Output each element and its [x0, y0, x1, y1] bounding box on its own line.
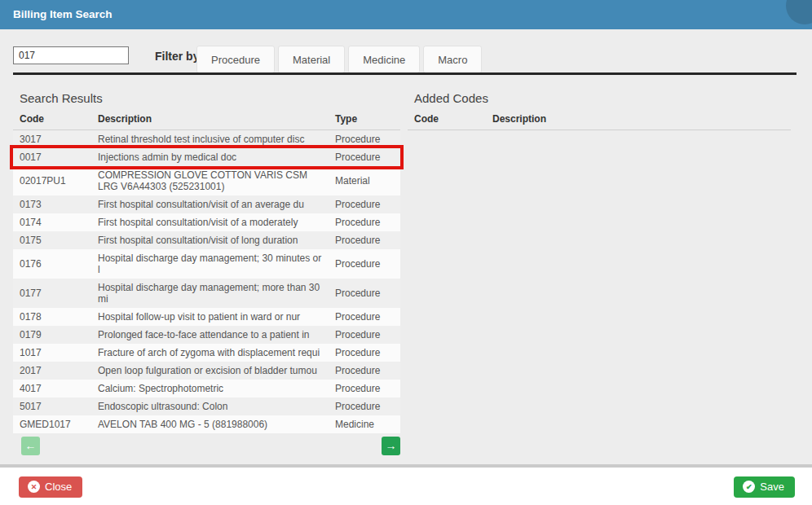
column-header-code: Code — [408, 110, 486, 130]
filter-button-macro[interactable]: Macro — [423, 46, 482, 73]
cell-description: Fracture of arch of zygoma with displace… — [91, 344, 329, 362]
cell-code: 0178 — [13, 308, 91, 326]
table-row[interactable]: 02017PU1COMPRESSION GLOVE COTTON VARIS C… — [13, 166, 400, 195]
next-page-button[interactable]: → — [382, 437, 400, 455]
search-results-table: Code Description Type 3017Retinal thresh… — [13, 110, 400, 433]
cell-code: 1017 — [13, 344, 91, 362]
cell-type: Procedure — [329, 279, 400, 308]
cell-code: GMED1017 — [13, 415, 91, 433]
save-check-icon: ✔ — [743, 481, 755, 493]
save-button[interactable]: ✔ Save — [734, 476, 795, 498]
cell-code: 0017 — [13, 148, 91, 166]
cell-description: First hospital consultation/visit of an … — [91, 195, 329, 213]
titlebar-corner-decoration — [786, 0, 812, 24]
cell-description: First hospital consultation/visit of a m… — [91, 213, 329, 231]
filter-button-material[interactable]: Material — [278, 46, 345, 73]
table-row[interactable]: 0173First hospital consultation/visit of… — [13, 195, 400, 213]
table-row[interactable]: GMED1017AVELON TAB 400 MG - 5 (881988006… — [13, 415, 400, 433]
table-row[interactable]: 0178Hospital follow-up visit to patient … — [13, 308, 400, 326]
cell-description: Prolonged face-to-face attendance to a p… — [91, 326, 329, 344]
filter-buttons: ProcedureMaterialMedicineMacro — [196, 46, 482, 73]
cell-type: Procedure — [329, 344, 400, 362]
footer: ✕ Close ✔ Save — [0, 468, 812, 505]
filter-by-label: Filter by — [155, 50, 199, 63]
cell-description: Open loop fulguration or excision of bla… — [91, 362, 329, 380]
cell-description: Retinal threshold test inclusive of comp… — [91, 130, 329, 149]
cell-code: 0177 — [13, 279, 91, 308]
previous-page-button[interactable]: ← — [21, 437, 40, 455]
pagination: ← → — [13, 437, 400, 455]
table-row[interactable]: 0177Hospital discharge day management; m… — [13, 279, 400, 308]
cell-description: AVELON TAB 400 MG - 5 (881988006) — [91, 415, 329, 433]
cell-type: Procedure — [329, 249, 400, 279]
save-button-label: Save — [760, 481, 784, 493]
table-row[interactable]: 0017Injections admin by medical docProce… — [13, 148, 400, 166]
column-header-description: Description — [91, 110, 329, 130]
filter-button-procedure[interactable]: Procedure — [196, 46, 275, 73]
cell-code: 0176 — [13, 249, 91, 279]
table-row[interactable]: 0176Hospital discharge day management; 3… — [13, 249, 400, 279]
table-row[interactable]: 5017Endoscopic ultrasound: ColonProcedur… — [13, 397, 400, 415]
cell-type: Procedure — [329, 148, 400, 166]
results-header-row: Code Description Type — [13, 110, 400, 130]
cell-description: Hospital discharge day management; 30 mi… — [91, 249, 329, 279]
cell-type: Procedure — [329, 326, 400, 344]
added-codes-table: Code Description — [408, 110, 791, 130]
column-header-description: Description — [486, 110, 791, 130]
cell-type: Procedure — [329, 213, 400, 231]
dialog-title: Billing Item Search — [13, 8, 113, 20]
column-header-type: Type — [329, 110, 400, 130]
cell-code: 4017 — [13, 380, 91, 397]
cell-type: Procedure — [329, 130, 400, 149]
cell-code: 0173 — [13, 195, 91, 213]
cell-type: Material — [329, 166, 400, 195]
cell-type: Procedure — [329, 362, 400, 380]
close-button[interactable]: ✕ Close — [19, 476, 82, 498]
search-results-panel: Search Results Code Description Type 301… — [13, 91, 400, 455]
added-codes-panel: Added Codes Code Description — [408, 91, 791, 130]
cell-description: Injections admin by medical doc — [91, 148, 329, 166]
cell-type: Medicine — [329, 415, 400, 433]
cell-type: Procedure — [329, 195, 400, 213]
cell-code: 0175 — [13, 231, 91, 249]
cell-description: Calcium: Spectrophotometric — [91, 380, 329, 397]
search-input[interactable] — [13, 46, 129, 64]
close-icon: ✕ — [28, 481, 40, 493]
table-row[interactable]: 4017Calcium: SpectrophotometricProcedure — [13, 380, 400, 397]
table-row[interactable]: 0174First hospital consultation/visit of… — [13, 213, 400, 231]
table-row[interactable]: 0179Prolonged face-to-face attendance to… — [13, 326, 400, 344]
toolbar-divider — [13, 72, 797, 75]
cell-description: Hospital follow-up visit to patient in w… — [91, 308, 329, 326]
search-controls: Filter by ProcedureMaterialMedicineMacro — [0, 29, 812, 75]
filter-button-medicine[interactable]: Medicine — [348, 46, 420, 73]
close-button-label: Close — [45, 481, 72, 493]
table-row[interactable]: 2017Open loop fulguration or excision of… — [13, 362, 400, 380]
cell-code: 3017 — [13, 130, 91, 149]
added-codes-title: Added Codes — [414, 91, 791, 105]
search-results-title: Search Results — [20, 91, 400, 105]
dialog-titlebar: Billing Item Search — [0, 0, 812, 29]
cell-code: 5017 — [13, 397, 91, 415]
cell-code: 0179 — [13, 326, 91, 344]
cell-type: Procedure — [329, 231, 400, 249]
cell-type: Procedure — [329, 380, 400, 397]
column-header-code: Code — [13, 110, 91, 130]
table-row[interactable]: 3017Retinal threshold test inclusive of … — [13, 130, 400, 149]
table-row[interactable]: 1017Fracture of arch of zygoma with disp… — [13, 344, 400, 362]
cell-code: 02017PU1 — [13, 166, 91, 195]
cell-description: Hospital discharge day management; more … — [91, 279, 329, 308]
cell-description: Endoscopic ultrasound: Colon — [91, 397, 329, 415]
cell-code: 2017 — [13, 362, 91, 380]
cell-type: Procedure — [329, 308, 400, 326]
cell-description: COMPRESSION GLOVE COTTON VARIS CSM LRG V… — [91, 166, 329, 195]
table-row[interactable]: 0175First hospital consultation/visit of… — [13, 231, 400, 249]
added-header-row: Code Description — [408, 110, 791, 130]
cell-type: Procedure — [329, 397, 400, 415]
cell-code: 0174 — [13, 213, 91, 231]
cell-description: First hospital consultation/visit of lon… — [91, 231, 329, 249]
